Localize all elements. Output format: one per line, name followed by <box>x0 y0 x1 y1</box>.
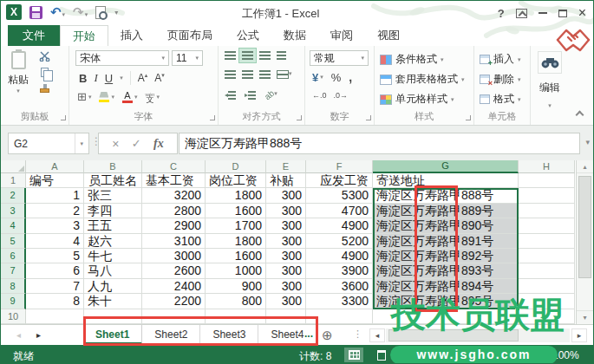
cell-F2[interactable]: 5300 <box>306 188 373 203</box>
row-header-7[interactable]: 7 <box>1 263 26 278</box>
cell-B3[interactable]: 李四 <box>84 204 142 218</box>
insert-cells-button[interactable]: + 插入▾ <box>480 52 521 67</box>
grow-font-button[interactable]: A▴ <box>138 72 148 84</box>
cell-B7[interactable]: 马八 <box>84 263 142 278</box>
bottom-align-button[interactable] <box>257 49 273 62</box>
scroll-up-icon[interactable]: ▴ <box>577 160 593 173</box>
align-right-button[interactable] <box>257 68 273 81</box>
column-header-H[interactable]: H <box>519 160 575 173</box>
cell-D10[interactable] <box>206 309 266 324</box>
number-format-dropdown-icon[interactable]: ▾ <box>357 55 364 62</box>
phonetic-guide-button[interactable]: wén文▾ <box>145 92 160 102</box>
vertical-scroll-thumb[interactable] <box>578 176 591 278</box>
cell-H5[interactable] <box>519 234 575 249</box>
cell-B5[interactable]: 赵六 <box>84 234 142 249</box>
confirm-entry-icon[interactable]: ✓ <box>132 137 141 150</box>
top-align-button[interactable] <box>222 49 238 62</box>
collapse-ribbon-icon[interactable] <box>576 111 584 120</box>
increase-indent-button[interactable]: ▸ <box>242 88 258 102</box>
select-all-corner[interactable] <box>1 160 26 173</box>
cell-A10[interactable] <box>26 309 84 324</box>
paste-button[interactable]: 粘贴 ▾ <box>8 51 29 94</box>
scroll-down-icon[interactable]: ▾ <box>577 310 593 324</box>
cell-G2[interactable]: 海淀区万寿路甲888号 <box>373 188 519 203</box>
align-left-button[interactable] <box>222 68 238 81</box>
cell-A4[interactable]: 3 <box>26 218 84 233</box>
increase-decimal-button[interactable]: ←.0 <box>312 91 327 100</box>
expand-formula-bar-icon[interactable]: ▾ <box>585 138 590 146</box>
cell-C3[interactable]: 2800 <box>142 204 206 218</box>
cell-H4[interactable] <box>519 218 575 233</box>
row-header-8[interactable]: 8 <box>1 279 26 294</box>
cell-A7[interactable]: 6 <box>26 263 84 278</box>
cell-D5[interactable]: 1800 <box>206 234 266 249</box>
row-header-4[interactable]: 4 <box>1 218 26 233</box>
borders-button[interactable]: ⊞▾ <box>77 91 91 102</box>
cell-C9[interactable]: 2200 <box>142 294 206 309</box>
cell-F6[interactable]: 4900 <box>306 249 373 263</box>
ribbon-display-options-icon[interactable] <box>516 9 527 18</box>
editing-button[interactable]: 编辑 ▾ <box>531 81 569 111</box>
ribbon-tab-3[interactable]: 页面布局 <box>155 25 225 46</box>
cell-E9[interactable]: 300 <box>266 294 306 309</box>
font-size-dropdown-icon[interactable]: ▾ <box>192 55 199 62</box>
row-header-3[interactable]: 3 <box>1 204 26 218</box>
cell-D7[interactable]: 1000 <box>206 263 266 278</box>
comma-style-button[interactable]: , <box>349 70 352 84</box>
cell-G5[interactable]: 海淀区万寿路甲891号 <box>373 234 519 249</box>
copy-icon[interactable] <box>41 68 49 77</box>
vertical-scrollbar[interactable]: ▴ ▾ <box>576 160 593 324</box>
font-family-select[interactable]: 宋体 ▾ <box>75 50 169 66</box>
cell-F1[interactable]: 应发工资 <box>306 173 373 188</box>
ribbon-tab-2[interactable]: 插入 <box>108 25 155 46</box>
cell-C7[interactable]: 2600 <box>142 263 206 278</box>
cell-G6[interactable]: 海淀区万寿路甲892号 <box>373 249 519 263</box>
ribbon-tab-6[interactable]: 审阅 <box>318 25 365 46</box>
help-icon[interactable]: ? <box>498 7 505 20</box>
scroll-left-icon[interactable]: ◂ <box>369 328 385 342</box>
cell-G7[interactable]: 海淀区万寿路甲893号 <box>373 263 519 278</box>
row-header-6[interactable]: 6 <box>1 249 26 263</box>
font-color-button[interactable]: A▾ <box>122 91 138 102</box>
ribbon-tab-5[interactable]: 数据 <box>271 25 318 46</box>
cell-G8[interactable]: 海淀区万寿路甲894号 <box>373 279 519 294</box>
previous-sheet-icon[interactable]: ◂ <box>16 330 21 340</box>
cell-A8[interactable]: 7 <box>26 279 84 294</box>
scroll-right-icon[interactable]: ▸ <box>571 328 587 342</box>
italic-button[interactable]: I <box>94 71 97 85</box>
cell-E8[interactable]: 300 <box>266 279 306 294</box>
styles-dialog-launcher-icon[interactable] <box>466 115 471 120</box>
sheet-tab-sheet1[interactable]: Sheet1 <box>83 325 142 345</box>
conditional-formatting-button[interactable]: 条件格式▾ <box>380 52 444 67</box>
cell-F8[interactable]: 3600 <box>306 279 373 294</box>
cell-F7[interactable]: 3900 <box>306 263 373 278</box>
row-header-5[interactable]: 5 <box>1 234 26 249</box>
cell-D1[interactable]: 岗位工资 <box>206 173 266 188</box>
name-box[interactable]: G2 ▾ <box>8 133 89 154</box>
cell-H8[interactable] <box>519 279 575 294</box>
cell-F4[interactable]: 4900 <box>306 218 373 233</box>
cell-H3[interactable] <box>519 204 575 218</box>
tab-file[interactable]: 文件 <box>8 25 60 46</box>
ribbon-tab-7[interactable]: 视图 <box>365 25 412 46</box>
cell-B4[interactable]: 王五 <box>84 218 142 233</box>
next-sheet-icon[interactable]: ▸ <box>36 330 41 340</box>
cell-G3[interactable]: 海淀区万寿路甲889号 <box>373 204 519 218</box>
middle-align-button[interactable] <box>239 49 256 62</box>
cell-C6[interactable]: 3000 <box>142 249 206 263</box>
cell-E6[interactable]: 300 <box>266 249 306 263</box>
number-format-select[interactable]: 常规 ▾ <box>310 50 369 66</box>
cell-H7[interactable] <box>519 263 575 278</box>
cell-C2[interactable]: 3200 <box>142 188 206 203</box>
column-header-D[interactable]: D <box>206 160 266 173</box>
cell-C8[interactable]: 2400 <box>142 279 206 294</box>
format-painter-icon[interactable] <box>40 88 49 93</box>
sheet-tab-sheet3[interactable]: Sheet3 <box>200 325 258 345</box>
more-sheets-indicator[interactable]: ... <box>304 328 313 340</box>
insert-function-icon[interactable]: fx <box>153 137 164 151</box>
cell-F10[interactable] <box>306 309 373 324</box>
cell-A9[interactable]: 8 <box>26 294 84 309</box>
underline-dropdown-icon[interactable]: ▾ <box>120 75 123 81</box>
alignment-dialog-launcher-icon[interactable] <box>297 115 302 120</box>
tab-splitter-icon[interactable]: ⋮ <box>353 328 362 340</box>
